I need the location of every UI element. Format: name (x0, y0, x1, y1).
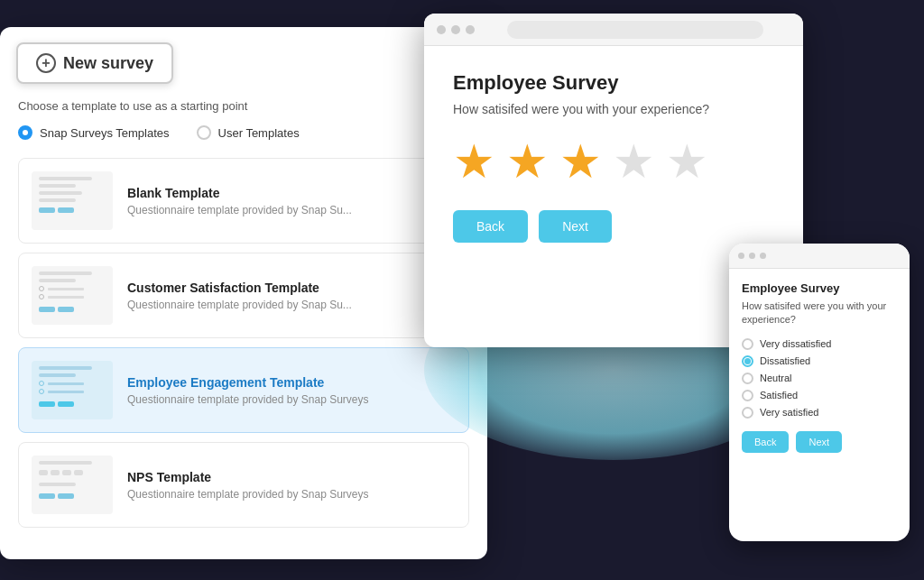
survey-question: How satisifed were you with your experie… (453, 102, 774, 116)
radio-indicator (18, 125, 32, 140)
template-selector-panel: Choose a template to use as a starting p… (0, 27, 487, 559)
mobile-radio-dissatisfied (742, 355, 753, 367)
template-info: Employee Engagement Template Questionnai… (127, 375, 456, 406)
template-thumbnail (32, 361, 113, 419)
star-3[interactable]: ★ (559, 138, 602, 185)
template-thumbnail (32, 171, 113, 230)
back-button[interactable]: Back (453, 210, 528, 243)
option-label: Neutral (760, 373, 791, 383)
mobile-radio-neutral (742, 373, 753, 384)
template-name: Employee Engagement Template (127, 375, 456, 390)
mobile-browser-chrome (729, 244, 910, 269)
mobile-survey-question: How satisifed were you with your experie… (742, 299, 897, 327)
browser-dot-2 (451, 25, 460, 34)
option-label: Satisfied (760, 390, 798, 400)
template-info: Customer Satisfaction Template Questionn… (127, 281, 456, 311)
mobile-option-dissatisfied[interactable]: Dissatisfied (742, 355, 897, 367)
template-list: Blank Template Questionnaire template pr… (18, 158, 469, 528)
choose-template-text: Choose a template to use as a starting p… (18, 99, 469, 113)
mobile-survey-actions: Back Next (742, 431, 897, 453)
template-name: Blank Template (127, 186, 456, 200)
mobile-survey-panel: Employee Survey How satisifed were you w… (729, 244, 910, 541)
option-label: Very satisfied (760, 407, 818, 418)
template-name: NPS Template (127, 470, 456, 484)
star-4[interactable]: ★ (613, 138, 655, 185)
browser-chrome (424, 14, 803, 46)
template-info: Blank Template Questionnaire template pr… (127, 186, 456, 216)
template-thumbnail (32, 266, 113, 325)
option-label: Dissatisfied (760, 355, 810, 366)
template-desc: Questionnaire template provided by Snap … (127, 299, 456, 311)
template-name: Customer Satisfaction Template (127, 281, 456, 295)
template-item-customer-satisfaction[interactable]: Customer Satisfaction Template Questionn… (18, 253, 469, 338)
new-survey-button[interactable]: + New survey (16, 42, 173, 84)
mobile-next-button[interactable]: Next (796, 431, 842, 453)
template-info: NPS Template Questionnaire template prov… (127, 470, 456, 501)
mobile-radio-very-dissatisfied (742, 338, 753, 350)
mobile-option-very-satisfied[interactable]: Very satisfied (742, 407, 897, 419)
template-item-blank[interactable]: Blank Template Questionnaire template pr… (18, 158, 469, 244)
mobile-survey-title: Employee Survey (742, 281, 897, 295)
plus-icon: + (36, 53, 56, 73)
mobile-survey-content: Employee Survey How satisifed were you w… (729, 269, 910, 465)
mobile-dot-3 (760, 253, 766, 259)
star-5[interactable]: ★ (666, 138, 708, 185)
star-rating[interactable]: ★ ★ ★ ★ ★ (453, 138, 774, 185)
browser-dot-1 (437, 25, 446, 34)
mobile-radio-very-satisfied (742, 407, 753, 419)
template-item-nps[interactable]: NPS Template Questionnaire template prov… (18, 442, 469, 528)
mobile-dot-2 (749, 253, 755, 259)
snap-surveys-templates-radio[interactable]: Snap Surveys Templates (18, 125, 170, 140)
user-templates-radio[interactable]: User Templates (197, 125, 300, 140)
star-1[interactable]: ★ (453, 138, 495, 185)
mobile-option-satisfied[interactable]: Satisfied (742, 390, 897, 401)
next-button[interactable]: Next (539, 210, 612, 243)
survey-content: Employee Survey How satisifed were you w… (424, 46, 803, 268)
mobile-options-list: Very dissatisfied Dissatisfied Neutral S… (742, 338, 897, 419)
star-2[interactable]: ★ (506, 138, 549, 185)
browser-dot-3 (466, 25, 475, 34)
mobile-radio-satisfied (742, 390, 753, 401)
mobile-option-neutral[interactable]: Neutral (742, 373, 897, 384)
template-thumbnail (32, 456, 113, 514)
survey-actions: Back Next (453, 210, 774, 243)
template-desc: Questionnaire template provided by Snap … (127, 204, 456, 216)
radio-label: User Templates (218, 126, 300, 140)
mobile-option-very-dissatisfied[interactable]: Very dissatisfied (742, 338, 897, 350)
template-item-employee-engagement[interactable]: Employee Engagement Template Questionnai… (18, 347, 469, 433)
template-desc: Questionnaire template provided by Snap … (127, 488, 456, 501)
new-survey-label: New survey (63, 54, 153, 73)
template-desc: Questionnaire template provided by Snap … (127, 393, 456, 406)
radio-label: Snap Surveys Templates (40, 126, 170, 140)
mobile-back-button[interactable]: Back (742, 431, 789, 453)
option-label: Very dissatisfied (760, 338, 831, 349)
template-type-radio-group: Snap Surveys Templates User Templates (18, 125, 469, 140)
radio-indicator (197, 125, 211, 140)
mobile-dot-1 (738, 253, 744, 259)
survey-title: Employee Survey (453, 71, 774, 95)
browser-search-bar (507, 21, 763, 39)
